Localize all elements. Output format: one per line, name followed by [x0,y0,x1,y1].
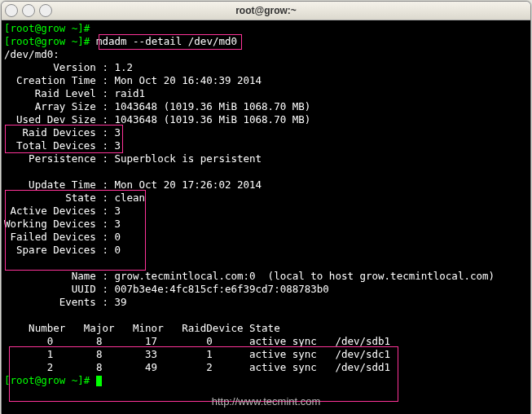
terminal-window: root@grow:~ [root@grow ~]# [root@grow ~]… [1,1,531,414]
field-sdev: Spare Devices : 0 [4,244,121,256]
window-btn-1[interactable] [5,4,18,17]
window-controls [2,4,52,17]
field-utime: Update Time : Mon Oct 20 17:26:02 2014 [4,178,262,191]
field-tdevs: Total Devices : 3 [4,139,121,152]
terminal-output[interactable]: [root@grow ~]# [root@grow ~]# mdadm --de… [2,20,530,414]
prompt-line-2: [root@grow ~]# [4,35,90,47]
field-version: Version : 1.2 [4,61,133,73]
field-ctime: Creation Time : Mon Oct 20 16:40:39 2014 [4,74,262,86]
field-rlevel: Raid Level : raid1 [4,87,145,99]
cursor [96,376,102,386]
prompt-line-1: [root@grow ~]# [4,22,90,34]
field-wdev: Working Devices : 3 [4,218,121,230]
field-adev: Active Devices : 3 [4,205,121,217]
table-row: 0 8 17 0 active sync /dev/sdb1 [4,335,390,347]
field-asize: Array Size : 1043648 (1019.36 MiB 1068.7… [4,100,310,112]
table-row: 2 8 49 2 active sync /dev/sdd1 [4,361,390,373]
field-persist: Persistence : Superblock is persistent [4,152,262,165]
command-text: mdadm --detail /dev/md0 [90,35,237,47]
field-udsize: Used Dev Size : 1043648 (1019.36 MiB 106… [4,113,310,126]
titlebar: root@grow:~ [2,2,530,20]
window-btn-2[interactable] [22,4,35,17]
prompt-line-3: [root@grow ~]# [4,374,90,386]
field-rdevs: Raid Devices : 3 [4,126,121,139]
window-title: root@grow:~ [2,5,530,16]
empty-input [90,22,96,34]
table-row: 1 8 33 1 active sync /dev/sdc1 [4,348,390,360]
device-line: /dev/md0: [4,48,59,60]
field-uuid: UUID : 007b3e4e:4fc815cf:e6f39cd7:088783… [4,283,329,295]
window-btn-3[interactable] [39,4,52,17]
table-header: Number Major Minor RaidDevice State [4,322,280,334]
field-fdev: Failed Devices : 0 [4,231,121,243]
watermark: http://www.tecmint.com [2,395,530,408]
field-name: Name : grow.tecmintlocal.com:0 (local to… [4,270,495,282]
field-state: State : clean [4,192,145,204]
field-events: Events : 39 [4,296,127,308]
